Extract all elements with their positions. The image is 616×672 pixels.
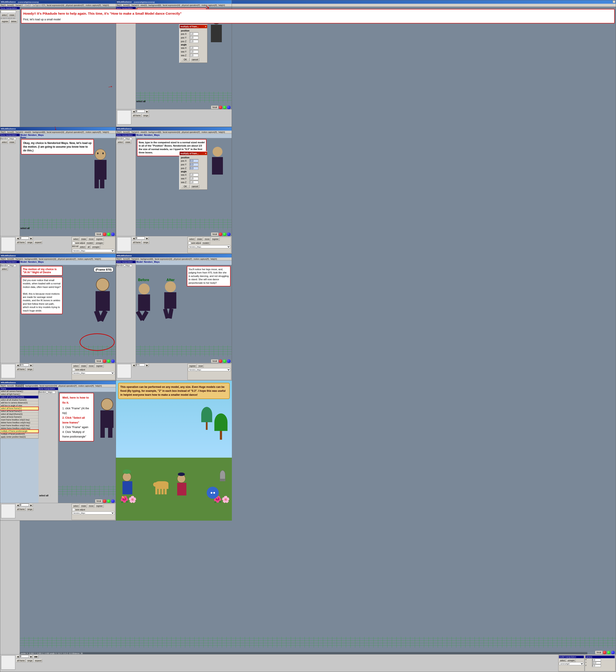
menu-select-bone2[interactable]: select all bone frame(V) [0,416,38,418]
menu-view-tr[interactable]: view(D) [140,4,147,6]
auto-cb-bl[interactable] [72,368,75,371]
prev-ml[interactable]: ◀ [16,237,19,240]
nendorc-select-bl[interactable]: Nendorc_Mayu [72,371,115,375]
sea-z-input-tr[interactable] [190,54,198,57]
select-mr[interactable]: select [117,141,124,144]
menu-facial-tr[interactable]: facial expression(M) [163,4,180,6]
sea-y-input-tr[interactable] [190,50,198,53]
ok-btn-tr[interactable]: OK [181,58,190,61]
frame-num-ll[interactable] [20,504,29,506]
menu-motion[interactable]: motion capture(R) [86,4,101,6]
rotate-btn-ll[interactable]: rotate [80,504,87,507]
menu-bone-mr[interactable]: bone(E) [123,131,130,133]
cancel-btn-tr[interactable]: cancel [191,58,199,61]
rotate-btn-bl[interactable]: rotate [80,364,87,367]
menu-delete-box2[interactable]: delete frame linedbox only(N key) [0,427,38,430]
prev-tr[interactable]: ◀ [132,110,135,113]
pos-y-input-mr[interactable] [190,163,198,166]
frame-num-mr[interactable] [136,237,145,239]
menu-bone-ml[interactable]: bone(E) [7,131,14,133]
menu-help[interactable]: help(H) [103,4,109,6]
menu-bg-ll[interactable]: background(B) [25,385,38,387]
frame-next-btn-tl[interactable]: ▶ [30,655,33,658]
bone-input-ll[interactable] [39,391,55,394]
play-btn-tl[interactable]: ▶▶ [34,655,39,658]
menu-motion-ll[interactable]: motion capture(R) [78,385,94,387]
menu-file-ll[interactable]: file(F) [1,385,6,387]
frame-prev-btn-tl[interactable]: ◀ [16,655,19,658]
frame-num-tr[interactable] [136,110,145,112]
menu-motion-br[interactable]: motion capture(R) [193,258,209,260]
menu-facial-br[interactable]: facial expression(M) [155,258,172,260]
nendorc-select-mr[interactable]: Nendorc_Mayu [188,245,231,248]
rotate-mr[interactable]: rotate [124,141,131,144]
menu-file-bl[interactable]: file(F) [1,258,6,260]
bone-name-input[interactable] [1,10,16,13]
local-btn-mr[interactable]: local [211,232,219,236]
menu-facial-mr[interactable]: facial expression(M) [163,131,180,133]
ok-btn-mr[interactable]: OK [181,185,190,188]
local-btn-ml[interactable]: local [95,232,103,236]
frame-num-tl[interactable] [20,655,29,658]
pos-z-input-tr[interactable] [190,40,198,43]
rotate-ml[interactable]: rotate [9,141,15,144]
auto-cb-ll[interactable] [72,508,75,511]
model2-ml[interactable]: model2 [86,241,94,245]
local-btn-tl[interactable]: local [595,651,603,654]
cancel-btn-mr[interactable]: cancel [191,185,199,188]
register-btn[interactable]: register [1,20,9,23]
local-btn-bl[interactable]: local [95,359,103,363]
nendorc-select-ml[interactable]: Nendorc_Mayu [72,249,115,252]
all-ml[interactable]: all [87,245,91,249]
menu-facial-bl[interactable]: facial expression(M) [39,258,56,260]
move-btn-ll[interactable]: move [88,504,95,507]
range-bl[interactable]: range [26,368,33,371]
cam-z-tl[interactable] [592,664,601,667]
range-tr[interactable]: range [142,114,149,117]
expand-ml[interactable]: expand [34,241,42,244]
menu-physical-tr[interactable]: physical operation(P) [182,4,200,6]
menu-file[interactable]: file(F) [1,4,6,6]
menu-physical-br[interactable]: physical operation(P) [174,258,192,260]
select-bone-ml[interactable]: select [79,245,86,249]
menu-bone-tr[interactable]: bone(E) [123,4,130,6]
move-btn-mr[interactable]: move [204,238,210,241]
frame-num-bl[interactable] [20,364,29,366]
menu-frame-ll[interactable]: frame(V) [16,385,24,387]
select-bl[interactable]: select [1,268,8,271]
register-btn-mr[interactable]: register [211,238,220,241]
menu-multiply[interactable]: multiply of frame positionangle [0,430,38,433]
menu-file-br[interactable]: file(F) [117,258,122,260]
menu-help-ml[interactable]: help(H) [103,131,109,133]
pos-x-input-mr[interactable] [190,159,198,162]
prev-mr[interactable]: ◀ [132,237,135,240]
menu-file-tr[interactable]: file(F) [117,4,122,6]
prev-bl[interactable]: ◀ [16,364,19,367]
menu-frame-mr[interactable]: frame(V) [131,131,139,133]
rotate-all-btn-mr[interactable]: rotate [196,238,203,241]
select-all-btn-bl[interactable]: select [72,364,79,367]
allframe-ll[interactable]: all frame [16,508,26,511]
pos-x-input-tr[interactable] [190,32,198,35]
menu-view-ml[interactable]: view(D) [25,131,31,133]
local-btn-ll[interactable]: local [95,499,103,503]
register-all-ml[interactable]: register [95,238,104,241]
auto-cb-ml[interactable] [72,242,75,245]
menu-facial[interactable]: facial expression(M) [47,4,65,6]
move-all-ml[interactable]: move [88,238,95,241]
select-all-btn-ll[interactable]: select [72,504,79,507]
menu-view-mr[interactable]: view(D) [140,131,147,133]
menu-bg-tr[interactable]: background(B) [149,4,161,6]
sea-x-input-mr[interactable] [190,173,198,176]
unregister-btn-tl[interactable]: unregist [567,659,576,662]
allframe-tr[interactable]: all frame [132,114,142,117]
menu-select-facial[interactable]: select all facial frame(V) [0,410,38,413]
menu-facial-ll[interactable]: facial expression(M) [40,385,57,387]
delete-bone-btn[interactable]: delete [10,20,17,23]
model2-mr[interactable]: model2 [202,241,210,245]
menu-select-allshadow[interactable]: select all all shadow frame(S) [0,399,38,401]
expand-btn-tl[interactable]: expand [34,659,42,662]
nendorc-select-br[interactable]: Nendorc_Mayu [188,368,231,371]
rotate-btn[interactable]: rotate [9,14,15,17]
auto-cb-mr[interactable] [188,242,191,245]
